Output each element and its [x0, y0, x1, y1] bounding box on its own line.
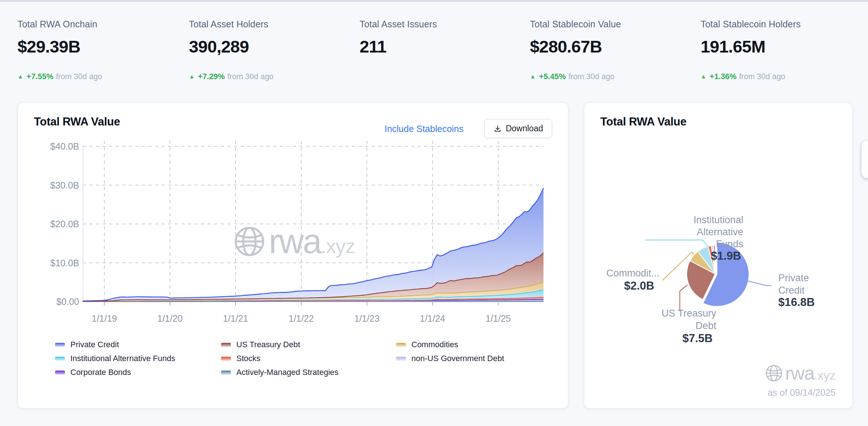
legend-item-private-credit: Private Credit — [55, 340, 119, 349]
stat-label: Total RWA Onchain — [18, 19, 97, 30]
svg-text:1/1/24: 1/1/24 — [420, 313, 445, 324]
legend-item-commodities: Commodities — [396, 340, 458, 349]
svg-text:Private: Private — [778, 272, 809, 283]
stat-total-rwa-onchain: Total RWA Onchain $29.39B ▲+7.55%from 30… — [18, 19, 185, 88]
stat-total-asset-holders: Total Asset Holders 390,289 ▲+7.29%from … — [189, 19, 357, 88]
as-of-date: as of 09/14/2025 — [768, 387, 836, 398]
include-stablecoins-link[interactable]: Include Stablecoins — [384, 124, 464, 134]
svg-text:1/1/22: 1/1/22 — [288, 313, 314, 324]
svg-text:$40.0B: $40.0B — [50, 141, 79, 151]
stat-label: Total Asset Holders — [189, 19, 268, 30]
svg-text:$7.5B: $7.5B — [682, 332, 713, 345]
svg-text:Funds: Funds — [716, 239, 743, 249]
legend-item-us-treasury-debt: US Treasury Debt — [221, 340, 300, 349]
pie-callout-us_treasury_debt: US TreasuryDebt$7.5B — [662, 308, 717, 345]
legend-item-institutional-alternative-funds: Institutional Alternative Funds — [55, 354, 175, 363]
svg-text:$16.8B: $16.8B — [778, 296, 815, 309]
svg-text:$20.0B: $20.0B — [50, 219, 79, 229]
stat-value: 390,289 — [189, 36, 249, 57]
stat-value: 211 — [360, 36, 386, 57]
stat-delta: ▲+1.36%from 30d ago — [701, 72, 785, 81]
legend-swatch — [55, 371, 65, 375]
legend-item-non-us-government-debt: non-US Government Debt — [396, 354, 504, 363]
stat-value: $29.39B — [18, 36, 80, 57]
stat-value: $280.67B — [530, 36, 602, 57]
pie-callout-private_credit: PrivateCredit$16.8B — [778, 272, 815, 309]
svg-text:1/1/20: 1/1/20 — [157, 313, 183, 324]
legend-swatch — [221, 343, 231, 347]
legend-swatch — [396, 343, 406, 347]
up-triangle-icon: ▲ — [701, 73, 706, 80]
svg-text:1/1/25: 1/1/25 — [485, 313, 511, 324]
pie-callout-commodities: Commodit...$2.0B — [606, 268, 659, 292]
up-triangle-icon: ▲ — [189, 73, 195, 80]
stat-total-stablecoin-value: Total Stablecoin Value $280.67B ▲+5.45%f… — [530, 19, 698, 88]
svg-text:$30.0B: $30.0B — [50, 180, 79, 190]
stat-delta: ▲+7.55%from 30d ago — [18, 72, 102, 81]
legend-item-actively-managed-strategies: Actively-Managed Strategies — [221, 368, 338, 377]
scrollbar-thumb[interactable] — [861, 140, 868, 178]
download-button-label: Download — [506, 124, 543, 133]
svg-text:Debt: Debt — [695, 320, 717, 331]
svg-text:Commodit...: Commodit... — [606, 268, 659, 279]
stat-total-stablecoin-holders: Total Stablecoin Holders 191.65M ▲+1.36%… — [701, 19, 868, 88]
rwa-value-pie-chart[interactable]: PrivateCredit$16.8BUS TreasuryDebt$7.5BC… — [584, 103, 852, 408]
total-rwa-value-pie-card: Total RWA Value PrivateCredit$16.8BUS Tr… — [584, 102, 853, 408]
pie-leader-us_treasury_debt — [680, 285, 687, 311]
svg-text:Alternative: Alternative — [697, 226, 743, 237]
svg-text:$2.0B: $2.0B — [624, 279, 654, 292]
svg-text:Institutional: Institutional — [693, 214, 743, 225]
svg-text:$10.0B: $10.0B — [50, 258, 79, 268]
download-icon — [493, 124, 502, 133]
svg-text:$1.9B: $1.9B — [711, 249, 741, 262]
pie-leader-private_credit — [746, 280, 771, 286]
stat-delta: ▲+7.29%from 30d ago — [189, 72, 274, 81]
pie-leader-institutional_alternative_funds — [645, 240, 708, 247]
legend-swatch — [55, 343, 65, 347]
legend-swatch — [221, 357, 231, 361]
stat-value: 191.65M — [701, 36, 765, 57]
legend-item-stocks: Stocks — [221, 354, 260, 363]
svg-text:US Treasury: US Treasury — [662, 308, 717, 319]
up-triangle-icon: ▲ — [530, 73, 536, 80]
legend-swatch — [221, 371, 231, 375]
stat-label: Total Asset Issuers — [360, 19, 437, 30]
svg-text:1/1/19: 1/1/19 — [92, 313, 117, 324]
stats-row: Total RWA Onchain $29.39B ▲+7.55%from 30… — [18, 19, 856, 92]
total-rwa-value-chart-card: $40.0B$30.0B$20.0B$10.0B$0.001/1/191/1/2… — [18, 102, 568, 408]
stat-label: Total Stablecoin Holders — [701, 19, 801, 30]
stat-delta: ▲+5.45%from 30d ago — [530, 72, 615, 81]
svg-text:$0.00: $0.00 — [56, 297, 79, 307]
svg-text:1/1/23: 1/1/23 — [354, 313, 380, 324]
svg-text:Credit: Credit — [778, 285, 805, 296]
legend-item-corporate-bonds: Corporate Bonds — [55, 368, 131, 377]
rwa-dashboard-page: Total RWA Onchain $29.39B ▲+7.55%from 30… — [0, 0, 868, 426]
download-button[interactable]: Download — [484, 119, 552, 138]
svg-text:1/1/21: 1/1/21 — [223, 313, 248, 324]
top-border-strip — [0, 0, 868, 2]
stat-total-asset-issuers: Total Asset Issuers 211 — [360, 19, 527, 88]
stat-label: Total Stablecoin Value — [530, 19, 621, 30]
up-triangle-icon: ▲ — [18, 73, 23, 80]
legend-swatch — [396, 357, 406, 361]
card-title: Total RWA Value — [34, 115, 120, 128]
legend-swatch — [55, 357, 65, 361]
